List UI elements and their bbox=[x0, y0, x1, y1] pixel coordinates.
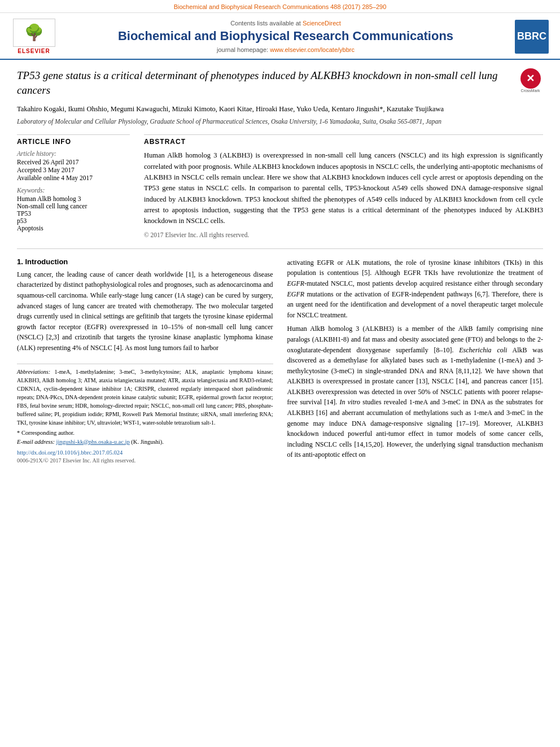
homepage-url[interactable]: www.elsevier.com/locate/ybbrc bbox=[270, 46, 355, 53]
elsevier-tree-icon: 🌳 bbox=[24, 25, 44, 41]
corresp-email-link[interactable]: jingushi-kk@phs.osaka-u.ac.jp bbox=[56, 439, 130, 445]
abstract-text: Human AlkB homolog 3 (ALKBH3) is overexp… bbox=[144, 150, 543, 227]
body-col-left: 1. Introduction Lung cancer, the leading… bbox=[17, 257, 273, 464]
doi-line[interactable]: http://dx.doi.org/10.1016/j.bbrc.2017.05… bbox=[17, 449, 273, 456]
affiliation-line: Laboratory of Molecular and Cellular Phy… bbox=[17, 117, 543, 126]
article-accepted: Accepted 3 May 2017 bbox=[17, 167, 130, 173]
section-divider bbox=[17, 248, 543, 249]
corresp-label: * Corresponding author. bbox=[17, 430, 75, 436]
body-col-right: activating EGFR or ALK mutations, the ro… bbox=[287, 257, 544, 464]
keyword-3: TP53 bbox=[17, 210, 130, 217]
article-info-heading: ARTICLE INFO bbox=[17, 134, 130, 146]
issn-line: 0006-291X/© 2017 Elsevier Inc. All right… bbox=[17, 457, 273, 464]
abstract-column: ABSTRACT Human AlkB homolog 3 (ALKBH3) i… bbox=[144, 134, 543, 238]
article-title: TP53 gene status is a critical determina… bbox=[17, 68, 509, 97]
corresp-email-label: E-mail address: bbox=[17, 439, 55, 445]
corresp-name: (K. Jingushi). bbox=[131, 439, 163, 445]
intro-para1: Lung cancer, the leading cause of cancer… bbox=[17, 269, 273, 353]
article-available: Available online 4 May 2017 bbox=[17, 174, 130, 181]
article-title-gene: TP53 bbox=[17, 69, 40, 81]
crossmark-label: CrossMark bbox=[521, 89, 540, 93]
keyword-2: Non-small cell lung cancer bbox=[17, 203, 130, 209]
affiliation-text: Laboratory of Molecular and Cellular Phy… bbox=[17, 118, 441, 125]
corresp-email-line: E-mail address: jingushi-kk@phs.osaka-u.… bbox=[17, 439, 273, 445]
intro-heading: 1. Introduction bbox=[17, 257, 273, 266]
elsevier-logo-image: 🌳 bbox=[13, 19, 55, 47]
keyword-5: Apoptosis bbox=[17, 225, 130, 231]
keywords-label: Keywords: bbox=[17, 187, 130, 194]
crossmark-icon: ✕ bbox=[520, 68, 541, 89]
article-history-label: Article history: bbox=[17, 150, 130, 157]
sciencedirect-link[interactable]: ScienceDirect bbox=[303, 20, 341, 27]
intro-para3: Human AlkB homolog 3 (ALKBH3) is a membe… bbox=[287, 324, 544, 460]
footnotes-section: Abbreviations: 1-meA, 1-methyladenine; 3… bbox=[17, 364, 273, 464]
article-title-section: TP53 gene status is a critical determina… bbox=[17, 68, 543, 97]
elsevier-logo: 🌳 ELSEVIER bbox=[11, 19, 56, 54]
journal-homepage-line: journal homepage: www.elsevier.com/locat… bbox=[62, 46, 509, 53]
authors-text: Takahiro Kogaki, Ikumi Ohshio, Megumi Ka… bbox=[17, 105, 444, 113]
abbreviations-text: Abbreviations: 1-meA, 1-methyladenine; 3… bbox=[17, 368, 273, 427]
abstract-heading: ABSTRACT bbox=[144, 134, 543, 146]
crossmark-logo[interactable]: ✕ CrossMark bbox=[518, 68, 543, 94]
doi-text: http://dx.doi.org/10.1016/j.bbrc.2017.05… bbox=[17, 449, 123, 456]
journal-header-bar: Biochemical and Biophysical Research Com… bbox=[0, 0, 560, 13]
sciencedirect-line: Contents lists available at ScienceDirec… bbox=[62, 20, 509, 27]
abbrev-content: 1-meA, 1-methyladenine; 3-meC, 3-methylc… bbox=[17, 369, 273, 426]
journal-main-title: Biochemical and Biophysical Research Com… bbox=[62, 29, 509, 43]
copyright-line: © 2017 Elsevier Inc. All rights reserved… bbox=[144, 231, 543, 238]
body-content: 1. Introduction Lung cancer, the leading… bbox=[17, 257, 543, 464]
article-received: Received 26 April 2017 bbox=[17, 159, 130, 165]
bbrc-logo: BBRC bbox=[515, 20, 549, 54]
page-wrapper: Biochemical and Biophysical Research Com… bbox=[0, 0, 560, 475]
intro-para2: activating EGFR or ALK mutations, the ro… bbox=[287, 257, 544, 321]
keyword-1: Human AlkB homolog 3 bbox=[17, 195, 130, 202]
abbrev-label: Abbreviations: bbox=[17, 369, 50, 375]
keyword-4: p53 bbox=[17, 217, 130, 224]
journal-title-center: Contents lists available at ScienceDirec… bbox=[62, 20, 509, 53]
journal-title-area: 🌳 ELSEVIER Contents lists available at S… bbox=[0, 13, 560, 60]
journal-header-text: Biochemical and Biophysical Research Com… bbox=[174, 3, 387, 10]
elsevier-label: ELSEVIER bbox=[18, 48, 50, 54]
corresp-line: * Corresponding author. bbox=[17, 430, 273, 436]
homepage-label: journal homepage: bbox=[217, 46, 268, 53]
article-info-column: ARTICLE INFO Article history: Received 2… bbox=[17, 134, 130, 238]
authors-line: Takahiro Kogaki, Ikumi Ohshio, Megumi Ka… bbox=[17, 104, 543, 115]
two-column-layout: ARTICLE INFO Article history: Received 2… bbox=[17, 134, 543, 238]
article-content: TP53 gene status is a critical determina… bbox=[0, 60, 560, 475]
sciencedirect-prefix: Contents lists available at bbox=[230, 20, 301, 27]
